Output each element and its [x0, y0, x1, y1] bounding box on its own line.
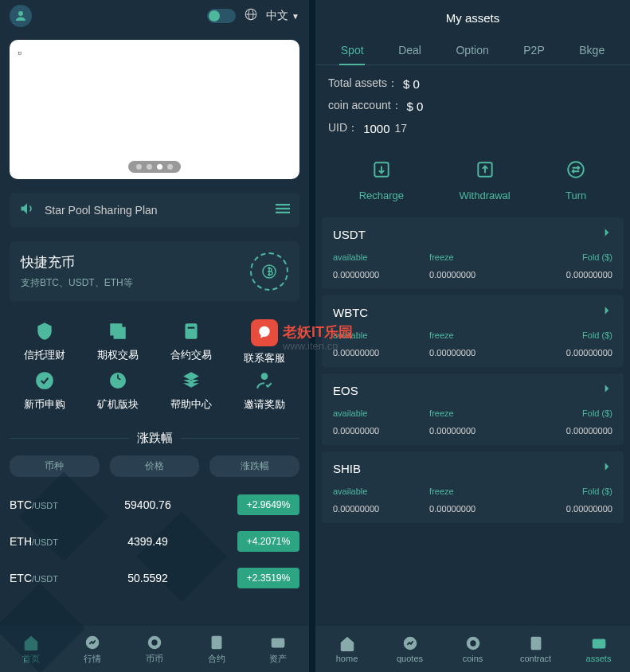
asset-card[interactable]: SHIB availablefreezeFold ($) 0.000000000…: [322, 451, 624, 523]
nav-home[interactable]: home: [315, 626, 378, 672]
nav-coins[interactable]: 币币: [123, 626, 186, 672]
tab-bkge[interactable]: Bkge: [574, 36, 609, 64]
svg-point-16: [151, 639, 157, 645]
action-recharge[interactable]: Recharge: [359, 159, 404, 201]
svg-point-13: [261, 373, 268, 380]
nav-assets[interactable]: 资产: [247, 626, 309, 672]
svg-rect-4: [276, 204, 290, 205]
market-row[interactable]: ETC/USDT 50.5592 +2.3519%: [10, 560, 299, 596]
svg-rect-6: [276, 212, 290, 213]
svg-rect-9: [114, 327, 126, 339]
carousel[interactable]: ▫: [10, 40, 299, 179]
svg-rect-11: [188, 327, 195, 329]
language-selector[interactable]: 中文▼: [266, 9, 299, 23]
right-bottom-nav: home quotes coins contract assets: [315, 626, 630, 672]
menu-help[interactable]: 帮助中心: [156, 369, 226, 412]
announcement-text: Star Pool Sharing Plan: [45, 204, 276, 217]
account-info: Total assets：$ 0 coin account：$ 0 UID：10…: [315, 65, 630, 147]
deposit-icon: [250, 252, 288, 291]
svg-point-12: [36, 372, 53, 389]
svg-rect-17: [211, 635, 221, 649]
menu-options[interactable]: 期权交易: [83, 319, 153, 365]
action-withdrawal[interactable]: Withdrawal: [459, 159, 510, 201]
chevron-right-icon: [601, 461, 612, 475]
svg-rect-5: [276, 208, 290, 209]
svg-rect-19: [281, 642, 285, 645]
menu-service[interactable]: 联系客服: [229, 319, 299, 365]
menu-newcoin[interactable]: 新币申购: [10, 369, 80, 412]
market-row[interactable]: ETH/USDT 4399.49 +4.2071%: [10, 523, 299, 560]
chevron-right-icon: [601, 227, 612, 241]
theme-toggle[interactable]: [207, 9, 236, 23]
nav-coins[interactable]: coins: [441, 626, 504, 672]
actions: Recharge Withdrawal Turn: [315, 151, 630, 217]
market-row[interactable]: BTC/USDT 59400.76 +2.9649%: [10, 486, 299, 523]
tab-deal[interactable]: Deal: [393, 36, 426, 64]
nav-contract[interactable]: contract: [504, 626, 567, 672]
deposit-title: 快捷充币: [21, 253, 250, 272]
carousel-dots[interactable]: [128, 161, 181, 173]
nav-assets[interactable]: assets: [567, 626, 630, 672]
asset-tabs: Spot Deal Option P2P Bkge: [315, 36, 630, 65]
broken-image-icon: ▫: [18, 46, 22, 59]
svg-point-22: [568, 162, 584, 178]
svg-rect-10: [185, 323, 197, 339]
col-price[interactable]: 价格: [110, 455, 200, 477]
avatar-icon[interactable]: [10, 5, 32, 27]
svg-rect-28: [601, 643, 605, 646]
menu-grid: 信托理财 期权交易 合约交易 联系客服 新币申购 矿机版块 帮助中心 邀请奖励: [0, 310, 309, 421]
speaker-icon: [19, 201, 35, 220]
deposit-subtitle: 支持BTC、USDT、ETH等: [21, 276, 250, 290]
nav-quotes[interactable]: quotes: [378, 626, 441, 672]
tab-p2p[interactable]: P2P: [518, 36, 549, 64]
market-title: 涨跌幅: [137, 431, 173, 446]
asset-card[interactable]: USDT availablefreezeFold ($) 0.000000000…: [322, 217, 624, 289]
menu-invite[interactable]: 邀请奖励: [229, 369, 299, 412]
menu-trust[interactable]: 信托理财: [10, 319, 80, 365]
top-bar: 中文▼: [0, 0, 309, 32]
market-section: 涨跌幅 币种 价格 涨跌幅 BTC/USDT 59400.76 +2.9649%…: [0, 421, 309, 596]
chevron-down-icon: ▼: [292, 12, 299, 21]
chevron-right-icon: [601, 305, 612, 319]
col-change[interactable]: 涨跌幅: [209, 455, 299, 477]
assets-title: My assets: [315, 0, 630, 36]
quick-deposit-card[interactable]: 快捷充币 支持BTC、USDT、ETH等: [10, 241, 299, 302]
svg-point-25: [470, 640, 475, 646]
tab-spot[interactable]: Spot: [336, 36, 369, 64]
action-turn[interactable]: Turn: [565, 159, 586, 201]
chevron-right-icon: [601, 383, 612, 397]
col-pair[interactable]: 币种: [10, 455, 100, 477]
svg-point-0: [18, 11, 23, 16]
globe-icon[interactable]: [244, 7, 258, 25]
asset-card[interactable]: WBTC availablefreezeFold ($) 0.000000000…: [322, 295, 624, 367]
menu-contract[interactable]: 合约交易: [156, 319, 226, 365]
nav-contract[interactable]: 合约: [186, 626, 248, 672]
announcement-bar[interactable]: Star Pool Sharing Plan: [10, 193, 299, 227]
svg-rect-26: [530, 637, 541, 651]
tab-option[interactable]: Option: [451, 36, 493, 64]
hamburger-icon[interactable]: [276, 201, 290, 219]
asset-card[interactable]: EOS availablefreezeFold ($) 0.000000000.…: [322, 373, 624, 445]
menu-mining[interactable]: 矿机版块: [83, 369, 153, 412]
asset-list: USDT availablefreezeFold ($) 0.000000000…: [315, 217, 630, 626]
